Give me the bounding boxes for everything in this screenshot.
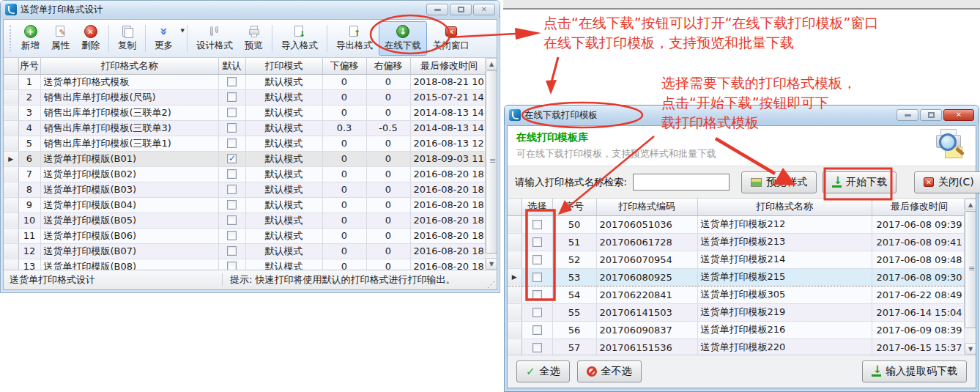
checkbox-unchecked[interactable] [227, 215, 237, 225]
col-header-name[interactable]: 打印格式名称 [40, 58, 218, 74]
download-table-scrollbar[interactable]: ▲ ▼ [964, 199, 976, 355]
right-offset-cell: 0 [366, 166, 410, 182]
table-row[interactable]: 51201706061728送货单打印模板2132017-06-08 09:41 [508, 233, 967, 251]
seq-cell: 7 [18, 166, 40, 182]
scrollbar-thumb[interactable] [965, 211, 976, 328]
default-checkbox-cell [218, 151, 245, 166]
close-dialog-button[interactable]: ✕ 关闭(C) [914, 171, 980, 193]
table-row[interactable]: 54201706220841送货单打印模板3052017-06-22 08:49 [508, 286, 967, 303]
close-button[interactable]: ✕ [943, 109, 974, 121]
checkbox-unchecked[interactable] [227, 138, 237, 148]
start-download-button[interactable]: 开始下载 [823, 171, 897, 193]
checkbox-unchecked[interactable] [227, 92, 237, 102]
checkbox-unchecked[interactable] [227, 246, 237, 256]
table-row[interactable]: 7送货单打印模版(B02)默认模式002016-08-20 18:21 [4, 166, 488, 182]
minimize-button[interactable] [426, 4, 448, 15]
table-row[interactable]: 2销售出库单打印模板(尺码)默认模式002015-07-21 14:39 [4, 89, 488, 105]
table-row[interactable]: 52201706070954送货单打印模板2142017-06-08 09:48 [508, 251, 967, 268]
scroll-down-icon[interactable]: ▼ [486, 258, 497, 270]
resize-grip[interactable] [486, 270, 497, 289]
col-header-name[interactable]: 打印格式名称 [697, 199, 872, 215]
search-input[interactable] [633, 174, 730, 191]
toolbar-button-close-window[interactable]: ✕ 关闭窗口 [427, 21, 475, 56]
table-row[interactable]: 13送货单打印模版(B08)默认模式002016-08-20 18:22 [4, 259, 488, 270]
checkbox-unchecked[interactable] [227, 77, 237, 86]
checkbox-unchecked[interactable] [532, 255, 542, 265]
scroll-up-icon[interactable]: ▲ [486, 58, 497, 70]
checkbox-unchecked[interactable] [532, 220, 542, 229]
table-row[interactable]: 9送货单打印模版(B04)默认模式002016-08-20 18:21 [4, 197, 488, 212]
toolbar-button-online-download[interactable]: ↓ 在线下载 [379, 21, 427, 56]
checkbox-unchecked[interactable] [227, 108, 237, 117]
col-header-default[interactable]: 默认 [218, 58, 245, 74]
checkbox-unchecked[interactable] [532, 343, 542, 352]
toolbar-button-preview[interactable]: 预览 [239, 21, 269, 56]
toolbar-button-design-format[interactable]: 设计格式 [190, 21, 239, 56]
preview-style-button[interactable]: 预览样式 [741, 171, 817, 193]
col-header-down-offset[interactable]: 下偏移 [322, 58, 366, 74]
scroll-down-icon[interactable]: ▼ [965, 343, 976, 355]
col-header-modified[interactable]: 最后修改时间 [872, 199, 967, 215]
toolbar-button-more[interactable]: » ▼ 更多 [149, 21, 184, 56]
toolbar-button-delete[interactable]: ✕ 删除 [75, 21, 105, 56]
checkbox-unchecked[interactable] [532, 237, 542, 247]
col-header-modified[interactable]: 最后修改时间 [410, 58, 488, 74]
toolbar-button-export[interactable]: ↑ 导出格式 [330, 21, 379, 56]
select-all-button[interactable]: ✓ 全选 [516, 360, 570, 382]
design-window-titlebar[interactable]: 送货单打印格式设计 ✕ [1, 1, 500, 18]
library-title: 在线打印模板库 [516, 131, 967, 144]
table-row[interactable]: ▶6送货单打印模版(B01)默认模式002018-09-03 11:53 [4, 151, 488, 166]
row-indicator-cell [508, 339, 521, 355]
checkbox-unchecked[interactable] [532, 290, 542, 300]
row-indicator-cell [4, 120, 18, 136]
col-header-mode[interactable]: 打印模式 [245, 58, 322, 74]
print-mode-cell: 默认模式 [245, 228, 322, 243]
col-header-seq[interactable]: 序号 [552, 199, 596, 215]
format-name-cell: 送货单打印模板213 [697, 233, 872, 251]
toolbar-button-add[interactable]: + 新增 [15, 21, 45, 56]
table-row[interactable]: 50201706051036送货单打印模板2122017-06-08 09:39 [508, 215, 967, 233]
table-row[interactable]: 11送货单打印模版(B06)默认模式002016-08-20 18:22 [4, 228, 488, 243]
table-row[interactable]: 8送货单打印模版(B03)默认模式002016-08-20 18:21 [4, 182, 488, 197]
extract-code-download-button[interactable]: 输入提取码下载 [862, 360, 967, 382]
checkbox-unchecked[interactable] [227, 185, 237, 194]
table-row[interactable]: 5销售出库单打印模板(三联单1)默认模式002016-08-13 12:02 [4, 136, 488, 151]
checkbox-unchecked[interactable] [532, 325, 542, 335]
toolbar-button-properties[interactable]: ✎ 属性 [45, 21, 75, 56]
minimize-button[interactable] [897, 109, 918, 121]
design-table-scrollbar[interactable]: ▲ ▼ [485, 58, 497, 270]
table-row[interactable]: 56201706090837送货单打印模板2162017-06-09 08:39 [508, 321, 967, 339]
down-offset-cell: 0 [322, 197, 366, 212]
col-header-code[interactable]: 打印格式编码 [596, 199, 697, 215]
checkbox-unchecked[interactable] [227, 169, 237, 179]
table-row[interactable]: 1送货单打印格式模板默认模式002018-08-21 10:25 [4, 74, 488, 89]
table-row[interactable]: 57201706151536送货单打印模板2202017-06-15 15:37 [508, 339, 967, 355]
toolbar-button-import[interactable]: ↓ 导入格式 [275, 21, 324, 56]
col-header-seq[interactable]: 序号 [18, 58, 40, 74]
checkbox-unchecked[interactable] [532, 273, 542, 282]
scrollbar-thumb[interactable] [486, 70, 497, 254]
table-row[interactable]: 12送货单打印模版(B07)默认模式002016-08-20 18:22 [4, 243, 488, 259]
format-name-cell: 销售出库单打印模板(三联单2) [40, 105, 218, 120]
checkbox-unchecked[interactable] [227, 200, 237, 210]
table-row[interactable]: 10送货单打印模版(B05)默认模式002016-08-20 18:22 [4, 212, 488, 228]
checkbox-unchecked[interactable] [227, 262, 237, 270]
select-none-button[interactable]: 全不选 [577, 360, 642, 382]
right-offset-cell: 0 [366, 105, 410, 120]
seq-cell: 56 [552, 321, 596, 339]
table-row[interactable]: 3销售出库单打印模板(三联单2)默认模式002014-08-13 14:12 [4, 105, 488, 120]
checkbox-checked[interactable] [227, 154, 237, 163]
checkbox-unchecked[interactable] [227, 123, 237, 133]
table-row[interactable]: ▶53201706080925送货单打印模板2152017-06-08 09:3… [508, 268, 967, 286]
col-header-select[interactable]: 选择 [521, 199, 552, 215]
table-row[interactable]: 4销售出库单打印模板(三联单3)默认模式0.3-0.52014-08-13 14… [4, 120, 488, 136]
scroll-up-icon[interactable]: ▲ [965, 199, 976, 210]
col-header-right-offset[interactable]: 右偏移 [366, 58, 410, 74]
maximize-button[interactable] [450, 4, 472, 15]
toolbar-button-copy[interactable]: 复制 [112, 21, 142, 56]
checkbox-unchecked[interactable] [532, 308, 542, 317]
maximize-button[interactable] [920, 109, 942, 121]
close-button[interactable]: ✕ [473, 4, 495, 15]
checkbox-unchecked[interactable] [227, 231, 237, 240]
table-row[interactable]: 55201706141503送货单打印模板2192017-06-14 15:04 [508, 303, 967, 321]
